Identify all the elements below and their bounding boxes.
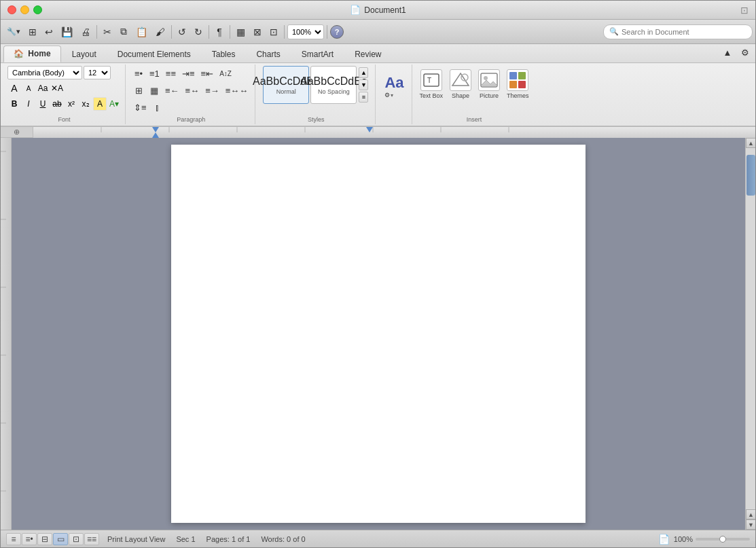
align-right-btn[interactable]: ≡→ [202, 83, 222, 98]
search-icon: 🔍 [609, 27, 619, 36]
window-resize-icon[interactable]: ⊡ [740, 5, 749, 16]
font-size-select[interactable]: 12 [84, 66, 111, 79]
pilcrow-btn[interactable]: ¶ [212, 23, 227, 41]
indent-more-btn[interactable]: ⇥≡ [179, 66, 198, 81]
view-web-btn[interactable]: ⊡ [69, 533, 84, 545]
shading-btn[interactable]: ▦ [147, 83, 162, 98]
col-btn[interactable]: ⫿ [150, 100, 165, 115]
styles-down-btn[interactable]: ▼ [359, 79, 368, 90]
collapse-ribbon-btn[interactable]: ▲ [720, 45, 735, 60]
close-button[interactable] [7, 5, 16, 14]
view-print-btn[interactable]: ▭ [53, 533, 68, 545]
italic-btn[interactable]: I [22, 97, 35, 111]
maximize-button[interactable] [33, 5, 42, 14]
scroll-up2-btn[interactable]: ▲ [746, 509, 755, 519]
status-icon[interactable]: 📄 [658, 533, 671, 545]
redo-btn[interactable]: ↻ [191, 23, 206, 41]
insert-themes[interactable]: Themes [505, 67, 531, 101]
ribbon-group-font-content: Cambria (Body) 12 A A Aa ✕A B I U ab [7, 66, 121, 123]
insert-textbox[interactable]: T Text Box [418, 67, 446, 101]
insert-shape[interactable]: Shape [448, 67, 473, 101]
scroll-thumb[interactable] [746, 155, 755, 196]
separator-6 [327, 25, 327, 39]
zoom-select[interactable]: 100% [287, 24, 324, 39]
insert-picture[interactable]: Picture [476, 67, 502, 101]
ribbon-options-btn[interactable]: ⚙ [738, 45, 753, 60]
bullets-btn[interactable]: ≡• [131, 66, 146, 81]
separator-4 [230, 25, 230, 39]
sort-btn[interactable]: A↕Z [217, 66, 234, 81]
search-input[interactable] [622, 28, 746, 36]
style-nospacing-preview: AaBbCcDdEe [300, 75, 367, 88]
styles-up-btn[interactable]: ▲ [359, 67, 368, 78]
change-styles-btn[interactable]: Aa ⚙▾ [381, 72, 407, 109]
font-color-btn[interactable]: A▾ [107, 97, 121, 111]
undo-btn[interactable]: ↩ [41, 23, 56, 41]
font-family-select[interactable]: Cambria (Body) [7, 66, 82, 79]
tab-document-elements[interactable]: Document Elements [107, 46, 201, 62]
zoom-slider[interactable] [696, 538, 750, 541]
tab-smartart[interactable]: SmartArt [291, 46, 344, 62]
ruler-corner[interactable]: ⊕ [1, 127, 33, 137]
format-painter-btn[interactable]: 🖌 [152, 23, 168, 41]
underline-btn[interactable]: U [36, 97, 50, 111]
grid-btn[interactable]: ⊞ [25, 23, 40, 41]
indent-less-btn[interactable]: ≡⇤ [198, 66, 217, 81]
svg-marker-6 [481, 80, 497, 86]
numbering-btn[interactable]: ≡1 [147, 66, 162, 81]
tab-review[interactable]: Review [344, 46, 391, 62]
main-area: ▲ ▲ ▼ [1, 138, 755, 530]
tab-charts[interactable]: Charts [246, 46, 290, 62]
strikethrough-btn[interactable]: ab [50, 97, 64, 111]
vertical-ruler [1, 138, 12, 530]
styles-expand-btn[interactable]: ≡ [359, 92, 368, 103]
tab-tables[interactable]: Tables [202, 46, 246, 62]
page[interactable] [171, 145, 586, 523]
undo2-btn[interactable]: ↺ [175, 23, 190, 41]
media3-btn[interactable]: ⊡ [266, 23, 281, 41]
zoom-slider-thumb[interactable] [719, 536, 726, 543]
customize-btn[interactable]: 🔧▾ [3, 23, 24, 41]
superscript-btn[interactable]: x² [65, 97, 78, 111]
view-outline-btn[interactable]: ≡• [22, 533, 37, 545]
view-draft-btn[interactable]: ≡≡ [84, 533, 99, 545]
print-btn[interactable]: 🖨 [77, 23, 94, 41]
home-icon: 🏠 [14, 49, 24, 58]
copy-btn[interactable]: ⧉ [116, 23, 131, 41]
scroll-up-btn[interactable]: ▲ [746, 138, 755, 148]
media-btn[interactable]: ▦ [233, 23, 249, 41]
highlight-btn[interactable]: A [93, 97, 107, 111]
tab-home[interactable]: 🏠 Home [3, 45, 61, 62]
font-row3: B I U ab x² x₂ A A▾ [7, 97, 121, 111]
para-row1: ≡• ≡1 ≡≡ ⇥≡ ≡⇤ A↕Z [131, 66, 251, 81]
style-nospacing[interactable]: AaBbCcDdEe No Spacing [310, 66, 357, 104]
view-publish-btn[interactable]: ⊟ [37, 533, 52, 545]
view-normal-btn[interactable]: ≡ [6, 533, 21, 545]
tab-layout[interactable]: Layout [62, 46, 107, 62]
media2-btn[interactable]: ⊠ [250, 23, 265, 41]
minimize-button[interactable] [20, 5, 29, 14]
styles-preview: AaBbCcDdEe Normal AaBbCcDdEe No Spacing [263, 66, 357, 104]
clear-format-btn[interactable]: ✕A [50, 81, 64, 95]
window-title: 📄 Document1 [350, 5, 406, 15]
bold-btn[interactable]: B [7, 97, 21, 111]
grow-font-btn[interactable]: A [7, 81, 21, 95]
change-case-btn[interactable]: Aa [36, 81, 50, 95]
paste-btn[interactable]: 📋 [132, 23, 151, 41]
help-button[interactable]: ? [330, 25, 344, 39]
shrink-font-btn[interactable]: A [22, 81, 35, 95]
scroll-down-btn[interactable]: ▼ [746, 519, 755, 530]
align-left-btn[interactable]: ≡← [162, 83, 182, 98]
doc-icon: 📄 [350, 5, 361, 15]
subscript-btn[interactable]: x₂ [79, 97, 92, 111]
multilevel-btn[interactable]: ≡≡ [163, 66, 179, 81]
ribbon-group-insert: T Text Box Shape [414, 65, 535, 124]
svg-rect-8 [518, 72, 526, 79]
ribbon-group-font: Cambria (Body) 12 A A Aa ✕A B I U ab [3, 65, 126, 124]
borders-btn[interactable]: ⊞ [131, 83, 146, 98]
align-center-btn[interactable]: ≡↔ [183, 83, 202, 98]
line-spacing-btn[interactable]: ⇕≡ [131, 100, 149, 115]
save-btn[interactable]: 💾 [58, 23, 76, 41]
justify-btn[interactable]: ≡↔↔ [223, 83, 251, 98]
cut-btn[interactable]: ✂ [100, 23, 115, 41]
